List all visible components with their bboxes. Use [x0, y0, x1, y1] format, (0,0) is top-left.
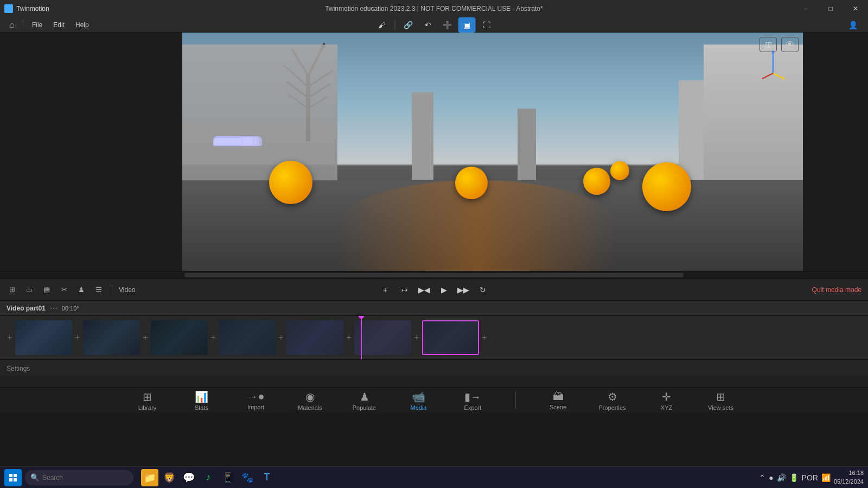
tl-add-clip-3[interactable]: +	[208, 320, 219, 355]
viewport-inner: ⊞ 👁	[182, 33, 803, 271]
right-panel	[803, 33, 868, 271]
tl-skip-forward-button[interactable]: ▶▶	[456, 282, 471, 297]
link-tool-button[interactable]: 🔗	[400, 17, 417, 33]
tl-clip-5[interactable]	[286, 320, 343, 355]
tl-list-icon[interactable]: ☰	[92, 283, 105, 296]
search-box[interactable]: 🔍	[25, 470, 133, 485]
scene-icon: 🏔	[553, 390, 564, 403]
tl-add-clip-0[interactable]: +	[4, 320, 15, 355]
view-sets-button[interactable]: ⊞ View sets	[705, 390, 737, 411]
tl-play-button[interactable]: ▶	[436, 282, 451, 297]
media-icon: 📹	[412, 390, 425, 403]
media-button[interactable]: 📹 Media	[403, 390, 435, 411]
tl-clip-4[interactable]	[219, 320, 276, 355]
tray-time: 16:18	[834, 469, 864, 477]
tl-add-clip-7[interactable]: +	[479, 320, 490, 355]
tl-loop-button[interactable]: ↻	[475, 282, 490, 297]
navigate-button[interactable]: ↶	[419, 17, 437, 33]
tl-add-clip-4[interactable]: +	[276, 320, 286, 355]
cars-row	[213, 137, 790, 145]
tl-playhead-handle	[359, 316, 364, 319]
tl-camera-icon[interactable]: ▤	[40, 283, 53, 296]
tl-track-name: Video part01	[7, 305, 46, 312]
help-menu[interactable]: Help	[70, 19, 94, 31]
toolbar-right: 👤	[844, 17, 861, 33]
export-button[interactable]: ▮→ Export	[457, 390, 489, 411]
tray-wifi-icon[interactable]: 📶	[821, 473, 831, 482]
import-icon: →●	[247, 390, 264, 403]
taskbar-whatsapp[interactable]: 📱	[219, 469, 237, 486]
render-button[interactable]: ▣	[458, 17, 476, 33]
search-icon: 🔍	[30, 473, 39, 481]
taskbar-explorer[interactable]: 📁	[141, 469, 158, 486]
scene-button[interactable]: 🏔 Scene	[542, 390, 575, 410]
materials-button[interactable]: ◉ Materials	[294, 390, 327, 411]
tray-chevron-icon[interactable]: ⌃	[759, 473, 765, 482]
home-button[interactable]: ⌂	[4, 17, 20, 33]
quit-media-button[interactable]: Quit media mode	[812, 286, 861, 294]
tray-network-icon[interactable]: ●	[769, 473, 773, 482]
tl-add-clip-6[interactable]: +	[411, 320, 422, 355]
tl-add-clip-2[interactable]: +	[140, 320, 151, 355]
settings-label[interactable]: Settings	[7, 365, 30, 372]
svg-rect-16	[9, 478, 12, 481]
eye-icon[interactable]: 👁	[781, 37, 799, 52]
tl-playhead[interactable]	[361, 316, 362, 359]
tl-clip-6[interactable]	[354, 320, 411, 355]
tray-battery-icon[interactable]: 🔋	[789, 473, 799, 482]
screenshot-button[interactable]: ⛶	[478, 17, 495, 33]
tl-clips: + + + + + + + +	[0, 316, 868, 359]
add-button[interactable]: ➕	[439, 17, 456, 33]
maximize-button[interactable]: □	[818, 0, 843, 17]
tl-clip-3[interactable]	[151, 320, 208, 355]
taskbar-brave[interactable]: 🦁	[161, 469, 178, 486]
viewport[interactable]: ⊞ 👁	[182, 33, 803, 271]
import-button[interactable]: →● Import	[240, 390, 272, 410]
taskbar-spotify[interactable]: ♪	[200, 469, 217, 486]
horizontal-scrollbar[interactable]	[184, 273, 684, 277]
title-bar: Twinmotion Twinmotion education 2023.2.3…	[0, 0, 868, 17]
tl-track-options[interactable]: ⋯	[50, 304, 58, 313]
tl-film-icon[interactable]: ▭	[23, 283, 36, 296]
stats-button[interactable]: 📊 Stats	[186, 390, 218, 411]
taskbar-twinmotion[interactable]: T	[258, 469, 276, 486]
import-label: Import	[247, 404, 264, 410]
library-icon: ⊞	[143, 390, 152, 403]
xyz-button[interactable]: ✛ XYZ	[650, 390, 683, 411]
file-menu[interactable]: File	[27, 19, 48, 31]
tl-skip-back-button[interactable]: ▶◀	[417, 282, 432, 297]
tray-clock[interactable]: 16:18 05/12/2024	[834, 469, 864, 486]
layout-icon[interactable]: ⊞	[760, 37, 777, 52]
tl-clip-1[interactable]	[15, 320, 72, 355]
minimize-button[interactable]: –	[793, 0, 818, 17]
tl-cut-icon[interactable]: ✂	[58, 283, 71, 296]
tl-collapse-button[interactable]: ↦	[397, 282, 412, 297]
properties-button[interactable]: ⚙ Properties	[596, 390, 629, 411]
user-button[interactable]: 👤	[844, 17, 861, 33]
tl-add-clip-1[interactable]: +	[72, 320, 83, 355]
tl-mode-label: Video	[119, 286, 135, 294]
start-button[interactable]	[4, 469, 22, 486]
orange-ball-5	[610, 161, 629, 180]
xyz-icon: ✛	[662, 390, 671, 403]
tl-clip-2[interactable]	[83, 320, 140, 355]
tl-person-icon[interactable]: ♟	[75, 283, 88, 296]
tl-divider-1	[112, 284, 112, 295]
tray-sound-icon[interactable]: 🔊	[777, 473, 786, 482]
edit-menu[interactable]: Edit	[48, 19, 70, 31]
search-input[interactable]	[42, 474, 118, 481]
tray-lang-icon[interactable]: POR	[802, 473, 818, 482]
tl-add-clip-5[interactable]: +	[343, 320, 354, 355]
tl-grid-icon[interactable]: ⊞	[5, 283, 18, 296]
brush-tool-button[interactable]: 🖌	[373, 17, 391, 33]
tl-add-button[interactable]: +	[378, 282, 393, 297]
tl-clip-7-selected[interactable]	[422, 320, 479, 355]
taskbar-unknown1[interactable]: 🐾	[239, 469, 256, 486]
library-button[interactable]: ⊞ Library	[131, 390, 164, 411]
populate-button[interactable]: ♟ Populate	[348, 390, 381, 411]
stats-icon: 📊	[195, 390, 208, 403]
tl-settings: Settings	[0, 359, 868, 377]
taskbar-discord[interactable]: 💬	[180, 469, 197, 486]
media-label: Media	[411, 404, 427, 411]
close-button[interactable]: ✕	[843, 0, 868, 17]
